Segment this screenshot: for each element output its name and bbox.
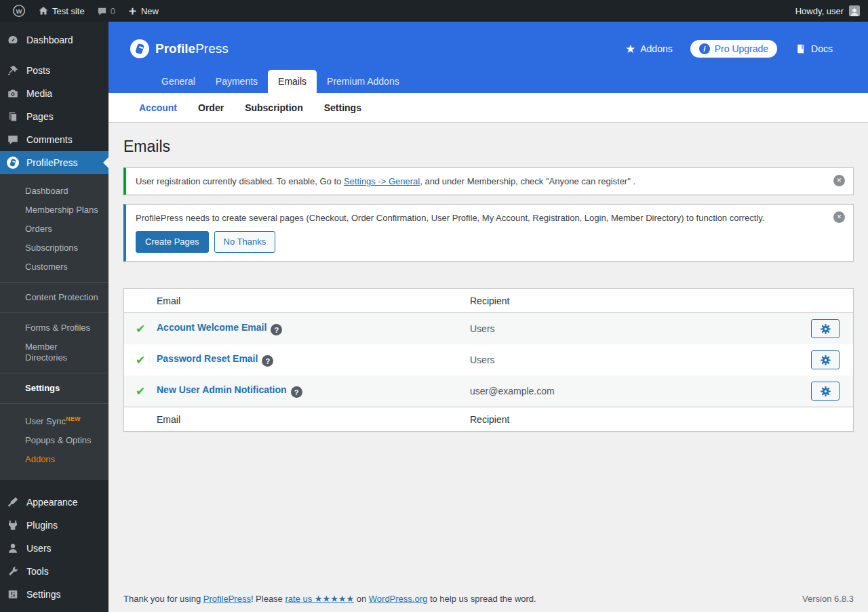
camera-icon: [6, 87, 20, 100]
person-icon: [850, 7, 859, 16]
sidebar-item-label: Appearance: [26, 497, 78, 508]
subtab-subscription[interactable]: Subscription: [245, 102, 303, 113]
submenu-item-customers[interactable]: Customers: [0, 258, 108, 277]
sidebar-item-comments[interactable]: Comments: [0, 128, 108, 151]
notice-text: , and under Membership, check "Anyone ca…: [420, 176, 635, 186]
collapse-menu-button[interactable]: Collapse Menu: [0, 606, 108, 612]
submenu-item-dashboard[interactable]: Dashboard: [0, 182, 108, 201]
submenu-item-forms-profiles[interactable]: Forms & Profiles: [0, 319, 108, 338]
rate-us-link[interactable]: rate us ★★★★★: [285, 594, 354, 604]
sidebar-item-pages[interactable]: Pages: [0, 105, 108, 128]
no-thanks-button[interactable]: No Thanks: [214, 231, 276, 253]
profilepress-link[interactable]: ProfilePress: [203, 594, 251, 604]
profilepress-logo-icon: [130, 39, 149, 58]
comment-count: 0: [111, 6, 115, 16]
email-settings-link[interactable]: Password Reset Email: [157, 353, 258, 364]
brand-light: Press: [195, 41, 229, 56]
sidebar-item-tools[interactable]: Tools: [0, 560, 108, 583]
pro-upgrade-label: Pro Upgrade: [715, 43, 768, 54]
docs-label: Docs: [811, 43, 833, 54]
version-text: Version 6.8.3: [802, 594, 854, 604]
column-footer-email: Email: [157, 414, 470, 425]
site-name-link[interactable]: Test site: [33, 0, 90, 22]
comment-bubble-icon: [97, 6, 107, 16]
user-icon: [6, 542, 20, 555]
plus-icon: [127, 6, 138, 16]
tab-premium-addons[interactable]: Premium Addons: [317, 70, 410, 93]
notice-text: ProfilePress needs to create several pag…: [136, 213, 764, 223]
enabled-check-icon: ✔: [124, 384, 157, 399]
site-name: Test site: [52, 6, 85, 16]
new-label: New: [141, 6, 159, 16]
addons-link[interactable]: ★ Addons: [625, 43, 673, 55]
tab-payments[interactable]: Payments: [205, 70, 268, 93]
dismiss-notice-icon[interactable]: ✕: [833, 175, 845, 186]
subtab-order[interactable]: Order: [198, 102, 224, 113]
help-icon[interactable]: ?: [262, 355, 273, 367]
tab-general[interactable]: General: [151, 70, 205, 93]
recipient-cell: Users: [470, 354, 804, 365]
new-badge: NEW: [66, 415, 81, 422]
submenu-item-member-directories[interactable]: Member Directories: [0, 338, 108, 367]
email-name-cell: Password Reset Email?: [157, 353, 470, 367]
create-pages-button[interactable]: Create Pages: [136, 231, 209, 253]
new-content-link[interactable]: New: [122, 0, 164, 22]
admin-bar: W Test site 0 New Howdy, user: [0, 0, 868, 22]
submenu-item-label: User Sync: [25, 416, 66, 426]
configure-email-button[interactable]: [811, 382, 840, 401]
help-icon[interactable]: ?: [271, 324, 282, 335]
plug-icon: [6, 518, 20, 532]
subtab-account[interactable]: Account: [139, 102, 177, 113]
menu-separator: [0, 52, 108, 59]
page-title: Emails: [123, 137, 854, 157]
email-settings-link[interactable]: Account Welcome Email: [157, 322, 267, 333]
table-row: ✔ Password Reset Email? Users: [124, 344, 853, 375]
sidebar-item-dashboard[interactable]: Dashboard: [0, 28, 108, 52]
sidebar-item-label: Plugins: [26, 520, 58, 531]
dismiss-notice-icon[interactable]: ✕: [833, 211, 845, 223]
sidebar-item-appearance[interactable]: Appearance: [0, 491, 108, 514]
recipient-cell: user@example.com: [470, 386, 804, 396]
sidebar-item-media[interactable]: Media: [0, 82, 108, 105]
recipient-cell: Users: [470, 323, 804, 334]
submenu-item-membership-plans[interactable]: Membership Plans: [0, 201, 108, 220]
submenu-item-addons[interactable]: Addons: [0, 450, 108, 469]
footer-text: ! Please: [251, 594, 285, 604]
sidebar-item-label: Dashboard: [26, 35, 73, 45]
submenu-item-content-protection[interactable]: Content Protection: [0, 288, 108, 307]
email-settings-link[interactable]: New User Admin Notification: [157, 384, 287, 395]
sidebar-item-settings[interactable]: Settings: [0, 583, 108, 606]
sidebar-item-label: Tools: [26, 566, 49, 577]
submenu-item-user-sync[interactable]: User SyncNEW: [0, 409, 108, 431]
help-icon[interactable]: ?: [291, 386, 302, 398]
wrench-icon: [6, 565, 20, 578]
comments-bubble-link[interactable]: 0: [92, 0, 121, 22]
dashboard-icon: [6, 33, 20, 47]
submenu-item-subscriptions[interactable]: Subscriptions: [0, 239, 108, 258]
brand-text: ProfilePress: [155, 41, 229, 56]
pro-upgrade-button[interactable]: i Pro Upgrade: [690, 40, 777, 58]
settings-sliders-icon: [6, 588, 20, 601]
settings-general-link[interactable]: Settings -> General: [344, 176, 420, 186]
configure-email-button[interactable]: [811, 350, 840, 369]
gear-icon: [820, 386, 831, 397]
wordpress-org-link[interactable]: WordPress.org: [369, 594, 427, 604]
configure-email-button[interactable]: [811, 319, 840, 338]
tab-emails[interactable]: Emails: [268, 70, 317, 93]
sidebar-item-label: Users: [26, 543, 52, 554]
account-menu[interactable]: Howdy, user: [795, 5, 861, 16]
footer-thanks: Thank you for using ProfilePress! Please…: [123, 594, 536, 604]
emails-table: Email Recipient ✔ Account Welcome Email?…: [123, 288, 854, 432]
sidebar-item-profilepress[interactable]: ProfilePress: [0, 151, 108, 174]
sidebar-item-plugins[interactable]: Plugins: [0, 514, 108, 537]
home-icon: [38, 5, 49, 16]
subtab-settings[interactable]: Settings: [324, 102, 361, 113]
wordpress-logo-icon[interactable]: W: [7, 0, 31, 22]
submenu-item-settings[interactable]: Settings: [0, 379, 108, 398]
docs-link[interactable]: Docs: [795, 43, 833, 55]
submenu-item-popups-optins[interactable]: Popups & Optins: [0, 431, 108, 450]
sidebar-item-label: Settings: [26, 589, 61, 600]
sidebar-item-users[interactable]: Users: [0, 537, 108, 560]
submenu-item-orders[interactable]: Orders: [0, 220, 108, 239]
sidebar-item-posts[interactable]: Posts: [0, 59, 108, 82]
